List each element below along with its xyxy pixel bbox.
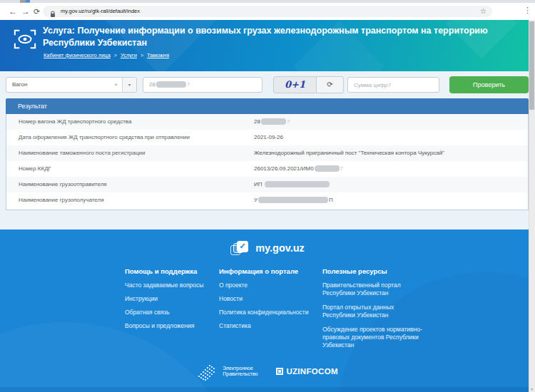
egov-logo-icon bbox=[197, 362, 218, 381]
check-button[interactable]: Проверить bbox=[449, 76, 529, 93]
footer-link[interactable]: Обратная связь bbox=[125, 309, 218, 316]
footer-link[interactable]: Обсуждение проектов нормативно-правовых … bbox=[322, 326, 426, 349]
result-table: Номер вагона ЖД транспортного средства28… bbox=[6, 114, 529, 210]
scan-eye-icon bbox=[13, 29, 37, 53]
egov-logo-text: ЭлектронноеПравительство bbox=[223, 366, 258, 378]
redacted-text bbox=[156, 81, 186, 88]
egov-logo[interactable]: ЭлектронноеПравительство bbox=[197, 362, 258, 381]
row-value: Железнодорожный приграничный пост "Техни… bbox=[254, 145, 444, 161]
redacted-text bbox=[261, 118, 286, 125]
refresh-icon[interactable]: ⟳ bbox=[34, 6, 40, 16]
page-content: Вагон × ▾ 287 0+1 ⟳ Проверить Результат … bbox=[0, 71, 535, 229]
mygovuz-logo[interactable]: ✓ my.gov.uz bbox=[0, 239, 535, 257]
footer: ✓ my.gov.uz Помощь и поддержкаЧасто зада… bbox=[0, 229, 535, 392]
scrollbar-down-icon[interactable]: ▼ bbox=[529, 387, 534, 391]
forward-icon[interactable]: → bbox=[21, 6, 30, 16]
captcha-question: 0+1 bbox=[274, 77, 316, 93]
table-row: Дата оформления ЖД транспортного средств… bbox=[6, 130, 528, 145]
bookmark-star-icon[interactable]: ☆ bbox=[480, 6, 486, 17]
faint-text: 7 bbox=[287, 118, 290, 125]
row-value: 2021-09-26 bbox=[254, 130, 283, 145]
redacted-text bbox=[315, 165, 340, 172]
uzinfocom-logo-text: UZINFOCOM bbox=[286, 367, 337, 376]
footer-column: Информация о порталеО проектеНовостиПоли… bbox=[219, 267, 316, 336]
wagon-number-input[interactable]: 287 bbox=[143, 77, 263, 93]
mygovuz-logo-icon: ✓ bbox=[230, 239, 250, 257]
select-clear-icon[interactable]: × bbox=[114, 78, 118, 92]
breadcrumb-link[interactable]: Услуги bbox=[121, 52, 137, 58]
footer-link[interactable]: Политика конфиденциальности bbox=[219, 309, 316, 316]
mygovuz-logo-text: my.gov.uz bbox=[255, 242, 305, 254]
service-header: Услуга: Получение информации о ввозимых … bbox=[0, 20, 535, 71]
footer-link[interactable]: Вопросы и предложения bbox=[125, 322, 218, 330]
browser-toolbar: ← → ⟳ my.gov.uz/ru/gtk-rail/default/inde… bbox=[0, 3, 535, 21]
faint-text: 7 bbox=[340, 165, 343, 172]
uzinfocom-logo-icon bbox=[276, 368, 283, 375]
table-row: Наименование грузополучателяУП bbox=[6, 192, 528, 208]
breadcrumb-separator: > bbox=[141, 53, 143, 58]
table-row: Номер вагона ЖД транспортного средства28… bbox=[6, 114, 528, 130]
lock-icon bbox=[50, 8, 56, 21]
row-value: ИП bbox=[254, 177, 330, 192]
row-value: УП bbox=[254, 192, 333, 208]
url-text[interactable]: my.gov.uz/ru/gtk-rail/default/index bbox=[61, 6, 140, 17]
tab-favicon bbox=[26, 0, 30, 2]
footer-partner-logos: ЭлектронноеПравительство UZINFOCOM bbox=[0, 362, 535, 381]
footer-column: Полезные ресурсыПравительственный портал… bbox=[322, 267, 426, 356]
breadcrumb-separator: > bbox=[114, 53, 117, 58]
breadcrumb-link[interactable]: Таможня bbox=[147, 52, 169, 58]
footer-link[interactable]: Статистика bbox=[219, 322, 316, 330]
footer-column: Помощь и поддержкаЧасто задаваемые вопро… bbox=[125, 267, 218, 336]
footer-bottom-strip bbox=[0, 387, 535, 392]
breadcrumb: Кабинет физического лица>Услуги>Таможня bbox=[44, 52, 169, 58]
footer-link[interactable]: Инструкции bbox=[125, 295, 218, 303]
captcha-answer-input[interactable] bbox=[347, 77, 439, 93]
table-row: Наименование таможенного поста регистрац… bbox=[6, 145, 528, 161]
row-value: 26013/26.09.2021/ИМ07 bbox=[254, 161, 343, 177]
captcha-widget: 0+1 ⟳ bbox=[273, 76, 344, 93]
result-panel: Результат Номер вагона ЖД транспортного … bbox=[6, 98, 529, 210]
transport-type-value: Вагон bbox=[12, 78, 27, 92]
row-value: 287 bbox=[254, 114, 290, 130]
back-icon[interactable]: ← bbox=[9, 6, 17, 16]
result-panel-title: Результат bbox=[6, 98, 529, 114]
footer-column-title: Информация о портале bbox=[219, 267, 316, 275]
redacted-text bbox=[265, 181, 330, 187]
browser-window: ← → ⟳ my.gov.uz/ru/gtk-rail/default/inde… bbox=[0, 0, 535, 392]
table-row: Наименование грузоотправителяИП bbox=[6, 177, 528, 192]
table-row: Номер ККДГ26013/26.09.2021/ИМ07 bbox=[6, 161, 528, 177]
footer-link[interactable]: Часто задаваемые вопросы bbox=[125, 282, 218, 289]
breadcrumb-link[interactable]: Кабинет физического лица bbox=[44, 52, 111, 58]
scrollbar-thumb[interactable] bbox=[529, 21, 534, 110]
address-bar[interactable]: my.gov.uz/ru/gtk-rail/default/index ☆ bbox=[43, 6, 492, 17]
footer-link[interactable]: Правительственный портал Республики Узбе… bbox=[322, 282, 426, 297]
footer-column-title: Помощь и поддержка bbox=[125, 267, 218, 275]
redacted-text bbox=[258, 197, 328, 203]
transport-type-select[interactable]: Вагон × ▾ bbox=[6, 77, 137, 93]
browser-menu-icon[interactable]: ⋮ bbox=[524, 6, 531, 15]
footer-column-title: Полезные ресурсы bbox=[322, 267, 426, 275]
page-title: Услуга: Получение информации о ввозимых … bbox=[43, 25, 519, 48]
select-dropdown-icon[interactable]: ▾ bbox=[122, 78, 136, 92]
footer-link[interactable]: Новости bbox=[219, 295, 316, 303]
footer-link[interactable]: Портал открытых данных Республики Узбеки… bbox=[322, 304, 426, 319]
uzinfocom-logo[interactable]: UZINFOCOM bbox=[276, 367, 337, 376]
captcha-refresh-icon[interactable]: ⟳ bbox=[316, 77, 343, 93]
faint-text: 7 bbox=[187, 81, 190, 88]
footer-link[interactable]: О проекте bbox=[219, 282, 316, 289]
